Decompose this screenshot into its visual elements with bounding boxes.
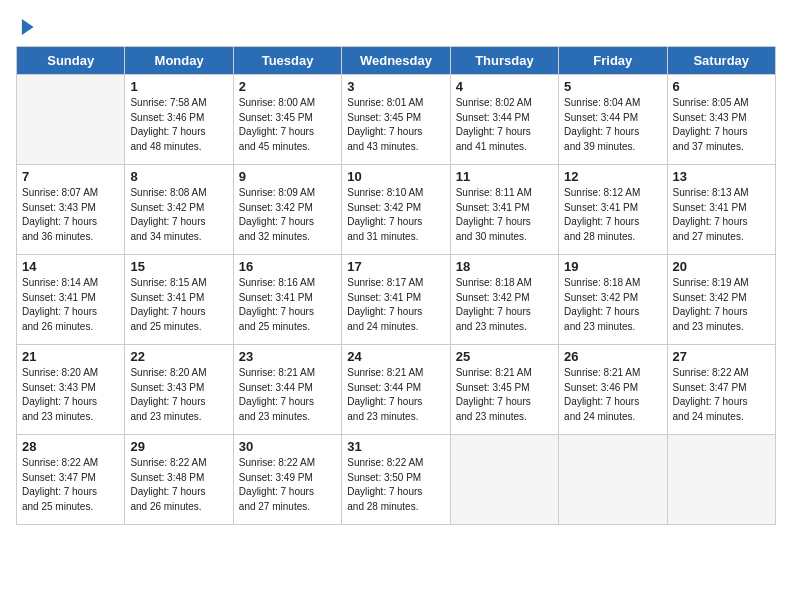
day-number: 29 [130,439,227,454]
svg-marker-0 [22,19,34,35]
day-number: 17 [347,259,444,274]
day-header-sunday: Sunday [17,47,125,75]
day-info: Sunrise: 8:22 AM Sunset: 3:47 PM Dayligh… [673,366,770,424]
day-number: 4 [456,79,553,94]
day-info: Sunrise: 8:01 AM Sunset: 3:45 PM Dayligh… [347,96,444,154]
day-cell: 4Sunrise: 8:02 AM Sunset: 3:44 PM Daylig… [450,75,558,165]
day-info: Sunrise: 8:22 AM Sunset: 3:49 PM Dayligh… [239,456,336,514]
day-info: Sunrise: 8:02 AM Sunset: 3:44 PM Dayligh… [456,96,553,154]
day-cell: 24Sunrise: 8:21 AM Sunset: 3:44 PM Dayli… [342,345,450,435]
day-info: Sunrise: 8:18 AM Sunset: 3:42 PM Dayligh… [456,276,553,334]
day-info: Sunrise: 8:04 AM Sunset: 3:44 PM Dayligh… [564,96,661,154]
day-cell: 21Sunrise: 8:20 AM Sunset: 3:43 PM Dayli… [17,345,125,435]
day-info: Sunrise: 8:12 AM Sunset: 3:41 PM Dayligh… [564,186,661,244]
day-header-friday: Friday [559,47,667,75]
day-info: Sunrise: 8:20 AM Sunset: 3:43 PM Dayligh… [22,366,119,424]
day-header-monday: Monday [125,47,233,75]
day-number: 10 [347,169,444,184]
day-cell: 16Sunrise: 8:16 AM Sunset: 3:41 PM Dayli… [233,255,341,345]
logo [16,16,42,38]
day-cell: 28Sunrise: 8:22 AM Sunset: 3:47 PM Dayli… [17,435,125,525]
day-info: Sunrise: 8:22 AM Sunset: 3:48 PM Dayligh… [130,456,227,514]
day-info: Sunrise: 8:05 AM Sunset: 3:43 PM Dayligh… [673,96,770,154]
day-cell: 14Sunrise: 8:14 AM Sunset: 3:41 PM Dayli… [17,255,125,345]
day-number: 25 [456,349,553,364]
day-cell [667,435,775,525]
day-cell: 12Sunrise: 8:12 AM Sunset: 3:41 PM Dayli… [559,165,667,255]
day-number: 15 [130,259,227,274]
day-header-tuesday: Tuesday [233,47,341,75]
day-cell: 20Sunrise: 8:19 AM Sunset: 3:42 PM Dayli… [667,255,775,345]
day-number: 13 [673,169,770,184]
week-row-4: 21Sunrise: 8:20 AM Sunset: 3:43 PM Dayli… [17,345,776,435]
day-info: Sunrise: 8:07 AM Sunset: 3:43 PM Dayligh… [22,186,119,244]
day-number: 11 [456,169,553,184]
day-cell [559,435,667,525]
day-cell: 1Sunrise: 7:58 AM Sunset: 3:46 PM Daylig… [125,75,233,165]
day-number: 8 [130,169,227,184]
page-header [16,16,776,38]
day-number: 3 [347,79,444,94]
day-cell: 26Sunrise: 8:21 AM Sunset: 3:46 PM Dayli… [559,345,667,435]
day-cell: 10Sunrise: 8:10 AM Sunset: 3:42 PM Dayli… [342,165,450,255]
day-info: Sunrise: 8:18 AM Sunset: 3:42 PM Dayligh… [564,276,661,334]
day-number: 9 [239,169,336,184]
day-number: 16 [239,259,336,274]
day-header-wednesday: Wednesday [342,47,450,75]
day-info: Sunrise: 8:11 AM Sunset: 3:41 PM Dayligh… [456,186,553,244]
week-row-1: 1Sunrise: 7:58 AM Sunset: 3:46 PM Daylig… [17,75,776,165]
day-cell [17,75,125,165]
day-number: 12 [564,169,661,184]
day-info: Sunrise: 8:22 AM Sunset: 3:50 PM Dayligh… [347,456,444,514]
day-info: Sunrise: 8:16 AM Sunset: 3:41 PM Dayligh… [239,276,336,334]
day-cell: 13Sunrise: 8:13 AM Sunset: 3:41 PM Dayli… [667,165,775,255]
day-cell: 15Sunrise: 8:15 AM Sunset: 3:41 PM Dayli… [125,255,233,345]
day-info: Sunrise: 8:21 AM Sunset: 3:46 PM Dayligh… [564,366,661,424]
day-cell: 2Sunrise: 8:00 AM Sunset: 3:45 PM Daylig… [233,75,341,165]
day-cell: 23Sunrise: 8:21 AM Sunset: 3:44 PM Dayli… [233,345,341,435]
day-number: 5 [564,79,661,94]
day-info: Sunrise: 8:21 AM Sunset: 3:44 PM Dayligh… [347,366,444,424]
day-info: Sunrise: 8:10 AM Sunset: 3:42 PM Dayligh… [347,186,444,244]
calendar-table: SundayMondayTuesdayWednesdayThursdayFrid… [16,46,776,525]
day-info: Sunrise: 8:14 AM Sunset: 3:41 PM Dayligh… [22,276,119,334]
day-info: Sunrise: 8:13 AM Sunset: 3:41 PM Dayligh… [673,186,770,244]
day-number: 27 [673,349,770,364]
day-number: 30 [239,439,336,454]
day-number: 14 [22,259,119,274]
day-info: Sunrise: 7:58 AM Sunset: 3:46 PM Dayligh… [130,96,227,154]
day-cell: 22Sunrise: 8:20 AM Sunset: 3:43 PM Dayli… [125,345,233,435]
day-info: Sunrise: 8:17 AM Sunset: 3:41 PM Dayligh… [347,276,444,334]
week-row-3: 14Sunrise: 8:14 AM Sunset: 3:41 PM Dayli… [17,255,776,345]
day-cell: 11Sunrise: 8:11 AM Sunset: 3:41 PM Dayli… [450,165,558,255]
day-cell: 19Sunrise: 8:18 AM Sunset: 3:42 PM Dayli… [559,255,667,345]
day-number: 31 [347,439,444,454]
day-number: 6 [673,79,770,94]
day-cell: 25Sunrise: 8:21 AM Sunset: 3:45 PM Dayli… [450,345,558,435]
day-cell: 31Sunrise: 8:22 AM Sunset: 3:50 PM Dayli… [342,435,450,525]
day-cell: 17Sunrise: 8:17 AM Sunset: 3:41 PM Dayli… [342,255,450,345]
day-number: 21 [22,349,119,364]
day-info: Sunrise: 8:08 AM Sunset: 3:42 PM Dayligh… [130,186,227,244]
day-info: Sunrise: 8:21 AM Sunset: 3:44 PM Dayligh… [239,366,336,424]
day-header-saturday: Saturday [667,47,775,75]
day-info: Sunrise: 8:09 AM Sunset: 3:42 PM Dayligh… [239,186,336,244]
day-number: 19 [564,259,661,274]
day-number: 28 [22,439,119,454]
day-info: Sunrise: 8:22 AM Sunset: 3:47 PM Dayligh… [22,456,119,514]
day-info: Sunrise: 8:20 AM Sunset: 3:43 PM Dayligh… [130,366,227,424]
day-number: 7 [22,169,119,184]
day-cell: 3Sunrise: 8:01 AM Sunset: 3:45 PM Daylig… [342,75,450,165]
day-cell: 9Sunrise: 8:09 AM Sunset: 3:42 PM Daylig… [233,165,341,255]
day-cell: 5Sunrise: 8:04 AM Sunset: 3:44 PM Daylig… [559,75,667,165]
day-cell: 18Sunrise: 8:18 AM Sunset: 3:42 PM Dayli… [450,255,558,345]
day-cell [450,435,558,525]
day-cell: 6Sunrise: 8:05 AM Sunset: 3:43 PM Daylig… [667,75,775,165]
day-number: 1 [130,79,227,94]
day-number: 20 [673,259,770,274]
day-number: 23 [239,349,336,364]
week-row-5: 28Sunrise: 8:22 AM Sunset: 3:47 PM Dayli… [17,435,776,525]
day-cell: 7Sunrise: 8:07 AM Sunset: 3:43 PM Daylig… [17,165,125,255]
day-info: Sunrise: 8:00 AM Sunset: 3:45 PM Dayligh… [239,96,336,154]
day-info: Sunrise: 8:19 AM Sunset: 3:42 PM Dayligh… [673,276,770,334]
